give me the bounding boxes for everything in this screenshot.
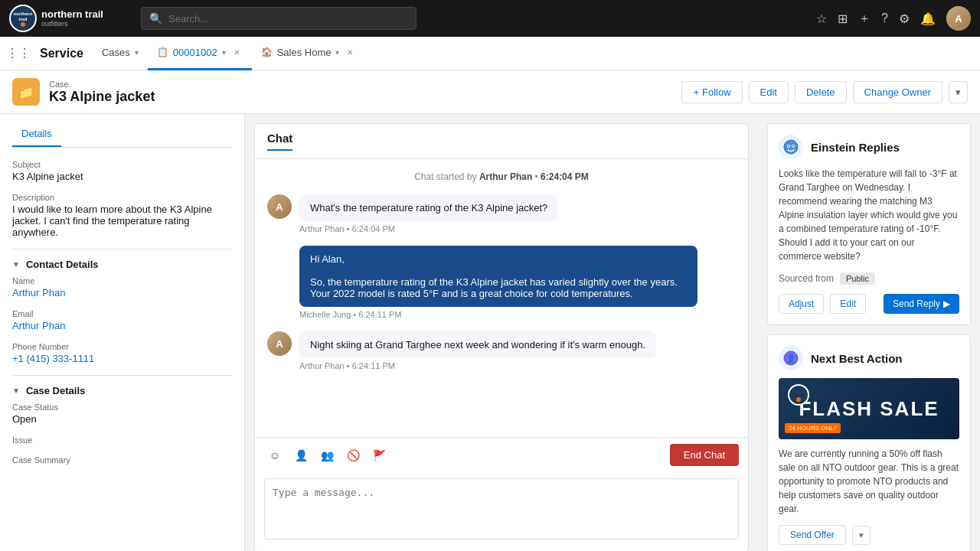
case-details-section[interactable]: ▼ Case Details <box>12 379 232 403</box>
flash-sale-hours-badge: 24 HOURS ONLY <box>785 423 841 433</box>
chat-header: Chat <box>255 124 748 159</box>
next-best-action-card: 👤 Next Best Action 24 HOURS ONLY FLASH S… <box>767 334 971 551</box>
more-actions-button[interactable]: ▾ <box>949 81 968 103</box>
setup-icon[interactable]: ⚙ <box>899 11 910 26</box>
nba-header: 👤 Next Best Action <box>779 346 959 370</box>
case-status-label: Case Status <box>12 403 232 412</box>
delete-button[interactable]: Delete <box>795 81 847 103</box>
svg-text:trail: trail <box>18 17 27 21</box>
message-row-2: Hi Alan,So, the temperature rating of th… <box>267 246 736 319</box>
search-bar[interactable]: 🔍 <box>141 7 416 30</box>
adjust-button[interactable]: Adjust <box>779 294 824 314</box>
nba-title: Next Best Action <box>811 352 902 365</box>
divider-1 <box>12 249 232 249</box>
description-value: I would like to learn more about the K3 … <box>12 204 232 238</box>
message-meta-3: Arthur Phan • 6:24:11 PM <box>299 361 736 370</box>
chat-messages: Chat started by Arthur Phan • 6:24:04 PM… <box>255 159 748 437</box>
logo-icon: northern trail <box>9 5 37 32</box>
search-input[interactable] <box>168 13 408 24</box>
waffle-icon[interactable]: ⊞ <box>838 11 848 26</box>
message-content-2: Hi Alan,So, the temperature rating of th… <box>299 246 736 319</box>
transfer-icon[interactable]: 👤 <box>290 445 312 466</box>
tab-00001002[interactable]: 📋 00001002 ▾ ✕ <box>148 37 252 70</box>
case-icon: 📁 <box>18 85 34 99</box>
edit-button[interactable]: Edit <box>749 81 789 103</box>
issue-field: Issue <box>12 435 232 445</box>
record-icon: 📁 <box>12 78 40 106</box>
name-value[interactable]: Arthur Phan <box>12 287 65 298</box>
chat-tab-label[interactable]: Chat <box>267 132 292 151</box>
phone-label: Phone Number <box>12 342 232 351</box>
detail-tabs: Details <box>12 123 232 148</box>
svg-text:👤: 👤 <box>786 354 796 364</box>
tab-sales-home-close[interactable]: ✕ <box>344 46 356 58</box>
send-offer-area: Send Offer ▾ <box>779 525 959 545</box>
svg-point-7 <box>788 145 789 147</box>
case-status-field: Case Status Open <box>12 403 232 425</box>
sales-home-icon: 🏠 <box>261 47 273 57</box>
favorites-icon[interactable]: ☆ <box>816 11 827 26</box>
contact-chevron-icon: ▼ <box>12 260 20 269</box>
search-icon: 🔍 <box>149 12 162 24</box>
emoji-icon[interactable]: ☺ <box>264 445 286 466</box>
email-value[interactable]: Arthur Phan <box>12 320 65 331</box>
contact-details-section[interactable]: ▼ Contact Details <box>12 253 232 276</box>
flag-icon[interactable]: 🚩 <box>368 445 390 466</box>
brand-name: northern trail outfitters <box>41 9 103 28</box>
phone-value[interactable]: +1 (415) 333-1111 <box>12 353 94 364</box>
nav-tabs: Cases ▾ 📋 00001002 ▾ ✕ 🏠 Sales Home ▾ ✕ <box>93 37 974 70</box>
tab-cases-chevron[interactable]: ▾ <box>135 48 139 57</box>
svg-point-12 <box>796 397 801 402</box>
chat-input[interactable] <box>264 478 739 540</box>
einstein-actions: Adjust Edit Send Reply ▶ <box>779 294 959 314</box>
nba-body: We are currently running a 50% off flash… <box>779 447 959 516</box>
subject-field: Subject K3 Alpine jacket <box>12 160 232 182</box>
add-icon[interactable]: ＋ <box>858 11 871 27</box>
tab-cases[interactable]: Cases ▾ <box>93 37 148 70</box>
avatar[interactable]: A <box>946 6 971 31</box>
end-chat-button[interactable]: End Chat <box>670 444 739 466</box>
message-avatar-3: A <box>267 331 292 356</box>
tab-00001002-chevron[interactable]: ▾ <box>222 48 226 57</box>
message-bubble-3: Night skiing at Grand Targhee next week … <box>299 331 656 358</box>
issue-label: Issue <box>12 435 232 445</box>
divider-2 <box>12 375 232 376</box>
tab-sales-home-chevron[interactable]: ▾ <box>335 48 339 57</box>
message-meta-1: Arthur Phan • 6:24:04 PM <box>299 224 736 233</box>
edit-reply-button[interactable]: Edit <box>830 294 866 314</box>
help-icon[interactable]: ? <box>881 11 888 25</box>
send-offer-button[interactable]: Send Offer <box>779 525 846 545</box>
chat-started-notice: Chat started by Arthur Phan • 6:24:04 PM <box>267 171 736 182</box>
notification-icon[interactable]: 🔔 <box>920 11 936 26</box>
tab-00001002-close[interactable]: ✕ <box>230 46 243 58</box>
contact-details-label: Contact Details <box>26 259 99 270</box>
nba-icon: 👤 <box>779 346 803 370</box>
block-icon[interactable]: 🚫 <box>342 445 364 466</box>
add-member-icon[interactable]: 👥 <box>316 445 338 466</box>
tab-sales-home[interactable]: 🏠 Sales Home ▾ ✕ <box>252 37 366 70</box>
right-panel: Einstein Replies Looks like the temperat… <box>758 114 980 551</box>
send-reply-button[interactable]: Send Reply ▶ <box>884 294 959 314</box>
case-details-label: Case Details <box>26 385 85 396</box>
top-navigation: northern trail northern trail outfitters… <box>0 0 980 37</box>
name-label: Name <box>12 276 232 285</box>
app-grid-icon[interactable]: ⋮⋮ <box>6 41 31 66</box>
svg-point-8 <box>792 145 794 147</box>
chat-toolbar: ☺ 👤 👥 🚫 🚩 End Chat <box>255 437 748 472</box>
flash-sale-banner: 24 HOURS ONLY FLASH SALE <box>779 378 959 439</box>
message-row-1: A What's the temperature rating of the K… <box>267 194 736 233</box>
subject-value: K3 Alpine jacket <box>12 171 232 182</box>
change-owner-button[interactable]: Change Owner <box>853 81 942 103</box>
case-status-value: Open <box>12 413 232 425</box>
tab-details[interactable]: Details <box>12 123 61 147</box>
message-bubble-1: What's the temperature rating of the K3 … <box>299 194 558 221</box>
record-type: Case <box>49 80 672 89</box>
message-avatar-1: A <box>267 194 292 219</box>
email-field: Email Arthur Phan <box>12 309 232 331</box>
name-field: Name Arthur Phan <box>12 276 232 298</box>
tab-cases-label: Cases <box>102 47 130 58</box>
sourced-badge: Public <box>840 272 875 285</box>
einstein-title: Einstein Replies <box>811 141 900 154</box>
follow-button[interactable]: + Follow <box>681 81 742 103</box>
send-offer-more-button[interactable]: ▾ <box>852 526 871 545</box>
